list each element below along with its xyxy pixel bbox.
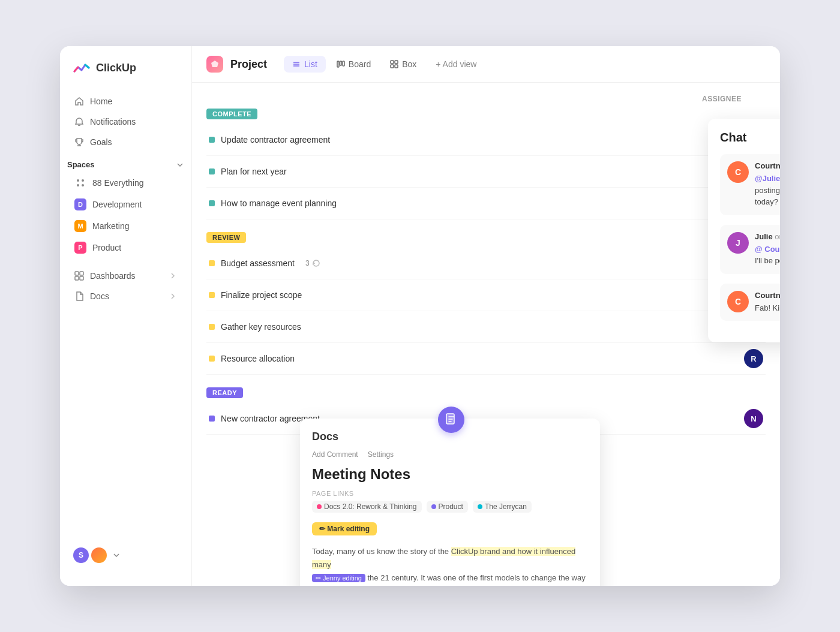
svg-rect-17 (391, 65, 394, 68)
chat-sender-name: Julie (755, 232, 773, 241)
svg-point-1 (82, 179, 84, 182)
section-label-ready: READY (206, 387, 243, 398)
list-item[interactable]: Docs 2.0: Rework & Thinking (312, 501, 422, 513)
docs-meta: Add Comment Settings (312, 450, 588, 459)
sidebar-item-product[interactable]: P Product (67, 237, 184, 258)
sidebar-item-dashboards[interactable]: Dashboards (67, 266, 184, 285)
list-item[interactable]: The Jerrycan (473, 501, 532, 513)
chevron-down-icon (113, 552, 120, 559)
bell-icon (74, 117, 84, 127)
svg-rect-16 (395, 61, 398, 64)
tab-list[interactable]: List (284, 56, 326, 73)
link-dot (317, 504, 322, 509)
page-link-label: Product (439, 502, 463, 511)
svg-rect-7 (80, 276, 83, 280)
project-title: Project (230, 58, 267, 71)
space-label: Marketing (92, 221, 129, 231)
tab-board[interactable]: Board (328, 56, 379, 73)
sidebar-footer[interactable]: S (60, 537, 191, 574)
list-icon (292, 60, 301, 68)
avatar-user-photo (90, 546, 108, 564)
task-status-dot (209, 200, 215, 206)
chat-avatar: C (727, 291, 749, 312)
mark-editing-button[interactable]: ✏ Mark editing (312, 522, 377, 535)
chat-sender-name: Courtney (755, 161, 780, 170)
docs-title: Docs (312, 431, 338, 443)
sidebar-item-docs[interactable]: Docs (67, 287, 184, 306)
task-status-dot (209, 260, 215, 266)
mention: @ Courtney (755, 245, 780, 254)
development-icon: D (74, 198, 86, 210)
task-name: Gather key resources (221, 322, 301, 332)
chat-message-time: on Nov 5 2020 at 2:50 pm (775, 232, 780, 241)
sidebar-item-marketing[interactable]: M Marketing (67, 216, 184, 236)
chat-message-text: Fab! Killing it @Marci 😊 (755, 302, 780, 314)
svg-rect-15 (391, 61, 394, 64)
sidebar-item-development[interactable]: D Development (67, 194, 184, 215)
docs-page-title: Meeting Notes (312, 466, 588, 483)
chat-message: C Courtney on Nov 5 2020 at 1:50 pm @Jul… (720, 154, 780, 215)
task-assignee-avatar: R (744, 349, 763, 368)
svg-rect-12 (337, 61, 339, 67)
sidebar-item-everything[interactable]: 88 Everything (67, 173, 184, 193)
add-view-label: + Add view (436, 59, 476, 69)
chat-message-text: @ Courtney Yep! @Marci jumped in to help… (755, 243, 780, 267)
tab-label: Box (402, 59, 416, 69)
table-row[interactable]: Resource allocation R (206, 343, 766, 375)
chat-message: J Julie on Nov 5 2020 at 2:50 pm @ Court… (720, 225, 780, 274)
chevron-right-icon (169, 292, 177, 300)
sidebar-item-notifications[interactable]: Notifications (67, 112, 184, 131)
home-icon (74, 97, 84, 106)
add-comment-link[interactable]: Add Comment (312, 450, 358, 459)
section-label-review: REVIEW (206, 232, 246, 243)
chat-message: C Courtney on Nov 5 2020 at 3:15 pm Fab!… (720, 284, 780, 321)
chat-message-header: Courtney on Nov 5 2020 at 1:50 pm (755, 161, 780, 170)
table-row[interactable]: Plan for next year A (206, 156, 766, 188)
refresh-icon (312, 259, 320, 267)
chat-avatar: C (727, 161, 749, 183)
table-row[interactable]: Gather key resources G (206, 311, 766, 343)
space-label: Development (92, 200, 142, 209)
add-view-button[interactable]: + Add view (427, 56, 485, 73)
docs-icon (74, 291, 84, 301)
settings-link[interactable]: Settings (368, 450, 394, 459)
table-row[interactable]: Budget assessment 3 B (206, 248, 766, 279)
tab-label: List (304, 59, 317, 69)
everything-icon (74, 177, 86, 189)
sidebar-item-label: Dashboards (90, 271, 136, 281)
chat-sender-name: Courtney (755, 291, 780, 300)
logo[interactable]: ClickUp (60, 58, 191, 92)
list-item[interactable]: Product (427, 501, 468, 513)
table-row[interactable]: How to manage event planning E (206, 188, 766, 219)
space-label: Product (92, 243, 121, 252)
table-row[interactable]: Update contractor agreement C (206, 124, 766, 156)
chat-message-content: Courtney on Nov 5 2020 at 3:15 pm Fab! K… (755, 291, 780, 314)
table-row[interactable]: Finalize project scope F (206, 279, 766, 311)
spaces-section[interactable]: Spaces (60, 153, 191, 173)
svg-marker-8 (211, 61, 218, 67)
sidebar-item-label: Home (90, 97, 112, 106)
svg-point-3 (82, 184, 84, 186)
task-name: Plan for next year (221, 167, 287, 176)
chevron-right-icon (169, 272, 177, 280)
sidebar-bottom: Dashboards Docs (60, 264, 191, 309)
svg-point-2 (77, 184, 79, 186)
chat-message-content: Courtney on Nov 5 2020 at 1:50 pm @Julie… (755, 161, 780, 208)
section-review: REVIEW Budget assessment 3 B (206, 231, 766, 375)
task-badge: 3 (305, 259, 320, 267)
sidebar-item-label: Goals (90, 137, 112, 147)
svg-rect-14 (343, 61, 344, 66)
sidebar-item-goals[interactable]: Goals (67, 133, 184, 152)
task-assignee-avatar: N (744, 409, 763, 428)
jenny-editing-badge: ✏ Jenny editing (312, 574, 365, 582)
section-complete: COMPLETE Update contractor agreement C P… (206, 108, 766, 219)
chat-panel: # Chat C Courtney on Nov 5 2020 at 1:50 … (708, 119, 780, 342)
space-label: 88 Everything (92, 178, 144, 188)
sidebar-item-home[interactable]: Home (67, 92, 184, 111)
tab-box[interactable]: Box (382, 56, 425, 73)
sidebar: ClickUp Home Notifications (60, 46, 192, 586)
view-tabs: List Board (284, 56, 485, 73)
product-icon: P (74, 242, 86, 254)
chat-avatar: J (727, 232, 749, 254)
task-status-dot (209, 356, 215, 362)
